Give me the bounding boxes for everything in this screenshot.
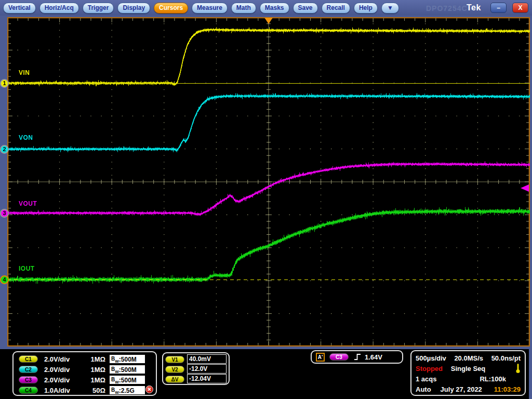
menu-masks[interactable]: Masks bbox=[260, 3, 289, 14]
channel-1-marker[interactable]: 1 bbox=[0, 79, 9, 88]
sample-rate-value: 20.0MS/s bbox=[454, 354, 483, 362]
acquisition-mode: Single Seq bbox=[451, 365, 485, 373]
timebase-value: 500µs/div bbox=[416, 354, 446, 362]
model-number: DPO7254C bbox=[426, 4, 468, 12]
menu-save[interactable]: Save bbox=[293, 3, 318, 14]
menu-display[interactable]: Display bbox=[117, 3, 150, 14]
channel-c2-button[interactable]: C2 bbox=[19, 366, 38, 373]
menu-math[interactable]: Math bbox=[231, 3, 256, 14]
menu-recall[interactable]: Recall bbox=[322, 3, 350, 14]
channel-c3-button[interactable]: C3 bbox=[19, 376, 38, 383]
cursor-dv-button[interactable]: ΔV bbox=[165, 376, 184, 383]
channel-row-c2: C2 2.0V/div 1MΩ BW:500M bbox=[17, 364, 153, 375]
menu-bar: Vertical Horiz/Acq Trigger Display Curso… bbox=[0, 0, 532, 16]
cursor-v2-button[interactable]: V2 bbox=[165, 366, 184, 373]
close-button[interactable]: X bbox=[512, 3, 528, 13]
menu-trigger[interactable]: Trigger bbox=[83, 3, 114, 14]
record-length: RL:100k bbox=[480, 375, 506, 383]
date-display: July 27, 2022 bbox=[441, 385, 482, 393]
c2-scale: 2.0V/div bbox=[44, 366, 83, 374]
trigger-a-badge: A' bbox=[316, 353, 325, 362]
waveform-display: VIN VON VOUT IOUT bbox=[7, 17, 530, 347]
trace-label-vout: VOUT bbox=[19, 200, 37, 207]
cursor-v1-line[interactable] bbox=[7, 83, 530, 84]
resolution-value: 50.0ns/pt bbox=[491, 354, 521, 362]
oscilloscope-window: Vertical Horiz/Acq Trigger Display Curso… bbox=[0, 0, 532, 399]
c3-impedance: 1MΩ bbox=[83, 376, 105, 384]
channel-row-c3: C3 2.0V/div 1MΩ BW:500M bbox=[17, 375, 153, 385]
hz-row-4: Auto July 27, 2022 11:03:29 bbox=[416, 384, 521, 394]
channel-4-marker[interactable]: 4 bbox=[0, 275, 9, 284]
trigger-mode: Auto bbox=[416, 385, 431, 393]
menu-help[interactable]: Help bbox=[354, 3, 378, 14]
c2-impedance: 1MΩ bbox=[83, 366, 105, 374]
cursor-row-v2: V2 -12.0V bbox=[165, 364, 227, 374]
menu-cursors[interactable]: Cursors bbox=[154, 3, 188, 14]
channel-c1-button[interactable]: C1 bbox=[19, 355, 38, 363]
readout-area: C1 2.0V/div 1MΩ BW:500M C2 2.0V/div 1MΩ … bbox=[0, 349, 529, 399]
thermometer-icon bbox=[515, 363, 521, 374]
acquisition-count: 1 acqs bbox=[416, 375, 436, 383]
menu-vertical[interactable]: Vertical bbox=[3, 3, 36, 14]
c3-scale: 2.0V/div bbox=[44, 376, 83, 384]
hz-row-1: 500µs/div 20.0MS/s 50.0ns/pt bbox=[416, 353, 521, 363]
trace-label-vin: VIN bbox=[19, 69, 30, 76]
cursor-v1-button[interactable]: V1 bbox=[165, 356, 184, 363]
c4-impedance: 50Ω bbox=[83, 387, 105, 394]
trigger-level-arrow-icon[interactable] bbox=[520, 184, 529, 193]
cursor-row-dv: ΔV -12.04V bbox=[165, 374, 227, 384]
trigger-position-marker-icon[interactable] bbox=[263, 18, 274, 24]
channel-c4-button[interactable]: C4 bbox=[19, 387, 38, 394]
cursor-v2-value: -12.0V bbox=[187, 364, 227, 374]
horizontal-acquisition-panel: 500µs/div 20.0MS/s 50.0ns/pt Stopped Sin… bbox=[410, 350, 526, 396]
trigger-source-button[interactable]: C3 bbox=[329, 353, 349, 361]
cursor-readout-panel: V1 40.0mV V2 -12.0V ΔV -12.04V bbox=[162, 352, 230, 385]
channel-row-c4: C4 1.0A/div 50Ω BW:2.5G bbox=[17, 385, 153, 395]
channel-settings-panel: C1 2.0V/div 1MΩ BW:500M C2 2.0V/div 1MΩ … bbox=[12, 351, 157, 396]
rising-edge-slope-icon bbox=[354, 353, 362, 361]
channel-2-marker[interactable]: 2 bbox=[0, 145, 9, 154]
trace-label-iout: IOUT bbox=[19, 265, 35, 272]
menu-horiz-acq[interactable]: Horiz/Acq bbox=[39, 3, 79, 14]
minimize-button[interactable]: – bbox=[490, 3, 507, 13]
c1-impedance: 1MΩ bbox=[83, 355, 105, 363]
menu-overflow-chevron-icon[interactable]: ▼ bbox=[381, 3, 399, 14]
c2-bandwidth[interactable]: BW:500M bbox=[110, 365, 145, 374]
hz-row-2: Stopped Single Seq bbox=[416, 363, 521, 374]
c1-scale: 2.0V/div bbox=[44, 355, 83, 363]
cursor-v2-line[interactable] bbox=[7, 280, 530, 280]
trigger-readout-panel: A' C3 1.64V bbox=[311, 350, 403, 364]
close-panel-icon[interactable]: ✕ bbox=[145, 385, 153, 393]
c1-bandwidth[interactable]: BW:500M bbox=[110, 355, 145, 363]
time-display: 11:03:29 bbox=[494, 385, 521, 393]
menu-measure[interactable]: Measure bbox=[192, 3, 228, 14]
c4-scale: 1.0A/div bbox=[44, 387, 83, 394]
acquisition-state: Stopped bbox=[416, 365, 443, 373]
tek-logo: Tek bbox=[467, 3, 481, 12]
trigger-level-value: 1.64V bbox=[365, 353, 382, 361]
trace-label-von: VON bbox=[19, 134, 33, 141]
channel-3-marker[interactable]: 3 bbox=[0, 209, 9, 218]
channel-row-c1: C1 2.0V/div 1MΩ BW:500M bbox=[17, 354, 153, 364]
hz-row-3: 1 acqs RL:100k bbox=[416, 374, 521, 384]
c4-bandwidth[interactable]: BW:2.5G bbox=[110, 386, 145, 394]
c3-bandwidth[interactable]: BW:500M bbox=[110, 376, 145, 384]
cursor-v1-value: 40.0mV bbox=[187, 354, 227, 364]
cursor-row-v1: V1 40.0mV bbox=[165, 354, 227, 364]
cursor-dv-value: -12.04V bbox=[187, 374, 227, 383]
waveform-traces bbox=[7, 17, 530, 347]
